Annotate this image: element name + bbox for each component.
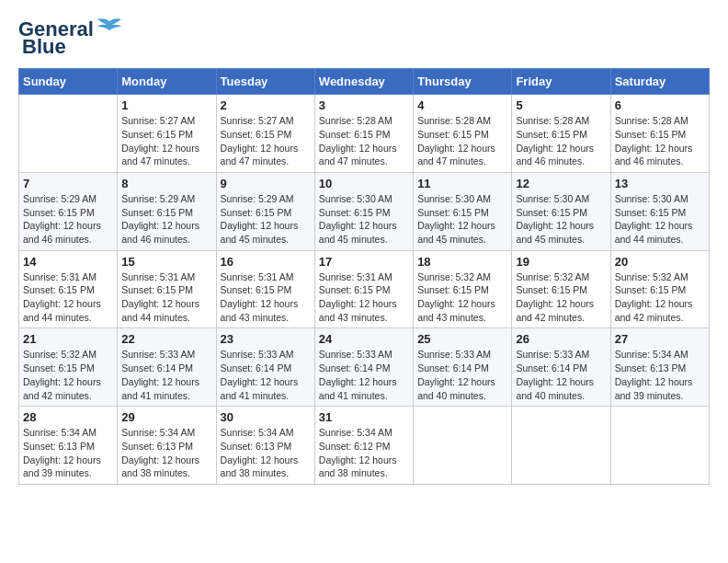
- calendar-cell: 25Sunrise: 5:33 AMSunset: 6:14 PMDayligh…: [414, 328, 512, 407]
- calendar-cell: 10Sunrise: 5:30 AMSunset: 6:15 PMDayligh…: [314, 172, 413, 250]
- day-number: 31: [319, 410, 409, 424]
- day-info: Sunrise: 5:32 AMSunset: 6:15 PMDaylight:…: [23, 348, 113, 402]
- day-number: 6: [615, 98, 705, 112]
- header-sunday: Sunday: [19, 69, 118, 95]
- day-number: 3: [319, 98, 409, 112]
- week-row-5: 28Sunrise: 5:34 AMSunset: 6:13 PMDayligh…: [19, 407, 710, 485]
- logo-bird-icon: [96, 17, 123, 38]
- day-info: Sunrise: 5:29 AMSunset: 6:15 PMDaylight:…: [121, 192, 211, 247]
- day-info: Sunrise: 5:33 AMSunset: 6:14 PMDaylight:…: [319, 348, 409, 402]
- calendar-table: SundayMondayTuesdayWednesdayThursdayFrid…: [18, 68, 710, 485]
- calendar-cell: 6Sunrise: 5:28 AMSunset: 6:15 PMDaylight…: [610, 95, 709, 173]
- day-info: Sunrise: 5:32 AMSunset: 6:15 PMDaylight:…: [615, 270, 705, 325]
- day-info: Sunrise: 5:29 AMSunset: 6:15 PMDaylight:…: [221, 192, 311, 247]
- day-info: Sunrise: 5:28 AMSunset: 6:15 PMDaylight:…: [319, 114, 409, 168]
- day-number: 20: [615, 255, 705, 269]
- day-info: Sunrise: 5:27 AMSunset: 6:15 PMDaylight:…: [121, 114, 211, 168]
- day-info: Sunrise: 5:30 AMSunset: 6:15 PMDaylight:…: [417, 192, 507, 247]
- day-number: 29: [121, 410, 211, 424]
- day-number: 28: [23, 410, 113, 424]
- calendar-cell: 30Sunrise: 5:34 AMSunset: 6:13 PMDayligh…: [216, 407, 314, 485]
- day-info: Sunrise: 5:28 AMSunset: 6:15 PMDaylight:…: [615, 114, 705, 168]
- day-number: 30: [221, 410, 311, 424]
- day-info: Sunrise: 5:34 AMSunset: 6:13 PMDaylight:…: [121, 426, 211, 480]
- page-header: General Blue: [18, 18, 710, 59]
- day-info: Sunrise: 5:30 AMSunset: 6:15 PMDaylight:…: [615, 192, 705, 247]
- day-info: Sunrise: 5:33 AMSunset: 6:14 PMDaylight:…: [221, 348, 311, 402]
- day-number: 12: [516, 177, 606, 190]
- calendar-cell: 4Sunrise: 5:28 AMSunset: 6:15 PMDaylight…: [414, 95, 512, 173]
- logo-blue-text: Blue: [22, 35, 66, 59]
- day-info: Sunrise: 5:32 AMSunset: 6:15 PMDaylight:…: [516, 270, 606, 325]
- day-number: 23: [221, 332, 311, 346]
- day-info: Sunrise: 5:33 AMSunset: 6:14 PMDaylight:…: [516, 348, 606, 402]
- calendar-cell: 5Sunrise: 5:28 AMSunset: 6:15 PMDaylight…: [512, 95, 610, 173]
- header-wednesday: Wednesday: [314, 69, 413, 95]
- day-number: 10: [319, 177, 409, 190]
- day-number: 7: [23, 177, 113, 190]
- day-number: 26: [516, 332, 606, 346]
- calendar-cell: 7Sunrise: 5:29 AMSunset: 6:15 PMDaylight…: [19, 172, 118, 250]
- calendar-cell: 29Sunrise: 5:34 AMSunset: 6:13 PMDayligh…: [118, 407, 216, 485]
- day-number: 5: [516, 98, 606, 112]
- calendar-cell: 12Sunrise: 5:30 AMSunset: 6:15 PMDayligh…: [512, 172, 610, 250]
- day-info: Sunrise: 5:33 AMSunset: 6:14 PMDaylight:…: [417, 348, 507, 402]
- calendar-cell: 23Sunrise: 5:33 AMSunset: 6:14 PMDayligh…: [216, 328, 314, 407]
- day-number: 4: [417, 98, 507, 112]
- header-saturday: Saturday: [610, 69, 709, 95]
- day-number: 2: [221, 98, 311, 112]
- day-number: 1: [121, 98, 211, 112]
- calendar-cell: 17Sunrise: 5:31 AMSunset: 6:15 PMDayligh…: [314, 250, 413, 328]
- week-row-3: 14Sunrise: 5:31 AMSunset: 6:15 PMDayligh…: [19, 250, 710, 328]
- calendar-cell: [19, 95, 118, 173]
- day-info: Sunrise: 5:34 AMSunset: 6:13 PMDaylight:…: [23, 426, 113, 480]
- day-number: 14: [23, 255, 113, 269]
- day-info: Sunrise: 5:29 AMSunset: 6:15 PMDaylight:…: [23, 192, 113, 247]
- calendar-cell: 28Sunrise: 5:34 AMSunset: 6:13 PMDayligh…: [19, 407, 118, 485]
- day-info: Sunrise: 5:30 AMSunset: 6:15 PMDaylight:…: [516, 192, 606, 247]
- day-number: 22: [121, 332, 211, 346]
- day-number: 11: [417, 177, 507, 190]
- calendar-cell: 2Sunrise: 5:27 AMSunset: 6:15 PMDaylight…: [216, 95, 314, 173]
- calendar-cell: 13Sunrise: 5:30 AMSunset: 6:15 PMDayligh…: [610, 172, 709, 250]
- calendar-cell: [610, 407, 709, 485]
- header-monday: Monday: [118, 69, 216, 95]
- day-info: Sunrise: 5:31 AMSunset: 6:15 PMDaylight:…: [319, 270, 409, 325]
- logo: General Blue: [18, 18, 123, 59]
- calendar-cell: 8Sunrise: 5:29 AMSunset: 6:15 PMDaylight…: [118, 172, 216, 250]
- day-number: 17: [319, 255, 409, 269]
- calendar-cell: 26Sunrise: 5:33 AMSunset: 6:14 PMDayligh…: [512, 328, 610, 407]
- week-row-4: 21Sunrise: 5:32 AMSunset: 6:15 PMDayligh…: [19, 328, 710, 407]
- calendar-cell: [512, 407, 610, 485]
- calendar-cell: 11Sunrise: 5:30 AMSunset: 6:15 PMDayligh…: [414, 172, 512, 250]
- day-info: Sunrise: 5:34 AMSunset: 6:13 PMDaylight:…: [221, 426, 311, 480]
- calendar-cell: 18Sunrise: 5:32 AMSunset: 6:15 PMDayligh…: [414, 250, 512, 328]
- day-info: Sunrise: 5:30 AMSunset: 6:15 PMDaylight:…: [319, 192, 409, 247]
- day-number: 21: [23, 332, 113, 346]
- calendar-cell: [414, 407, 512, 485]
- calendar-cell: 3Sunrise: 5:28 AMSunset: 6:15 PMDaylight…: [314, 95, 413, 173]
- calendar-cell: 21Sunrise: 5:32 AMSunset: 6:15 PMDayligh…: [19, 328, 118, 407]
- calendar-cell: 16Sunrise: 5:31 AMSunset: 6:15 PMDayligh…: [216, 250, 314, 328]
- calendar-cell: 22Sunrise: 5:33 AMSunset: 6:14 PMDayligh…: [118, 328, 216, 407]
- calendar-cell: 1Sunrise: 5:27 AMSunset: 6:15 PMDaylight…: [118, 95, 216, 173]
- week-row-1: 1Sunrise: 5:27 AMSunset: 6:15 PMDaylight…: [19, 95, 710, 173]
- day-info: Sunrise: 5:33 AMSunset: 6:14 PMDaylight:…: [121, 348, 211, 402]
- calendar-cell: 14Sunrise: 5:31 AMSunset: 6:15 PMDayligh…: [19, 250, 118, 328]
- header-friday: Friday: [512, 69, 610, 95]
- calendar-cell: 9Sunrise: 5:29 AMSunset: 6:15 PMDaylight…: [216, 172, 314, 250]
- day-info: Sunrise: 5:32 AMSunset: 6:15 PMDaylight:…: [417, 270, 507, 325]
- day-number: 8: [121, 177, 211, 190]
- calendar-cell: 20Sunrise: 5:32 AMSunset: 6:15 PMDayligh…: [610, 250, 709, 328]
- day-info: Sunrise: 5:28 AMSunset: 6:15 PMDaylight:…: [417, 114, 507, 168]
- calendar-cell: 19Sunrise: 5:32 AMSunset: 6:15 PMDayligh…: [512, 250, 610, 328]
- header-tuesday: Tuesday: [216, 69, 314, 95]
- day-info: Sunrise: 5:27 AMSunset: 6:15 PMDaylight:…: [221, 114, 311, 168]
- day-info: Sunrise: 5:34 AMSunset: 6:13 PMDaylight:…: [615, 348, 705, 402]
- day-info: Sunrise: 5:31 AMSunset: 6:15 PMDaylight:…: [121, 270, 211, 325]
- day-number: 27: [615, 332, 705, 346]
- header-thursday: Thursday: [414, 69, 512, 95]
- day-number: 25: [417, 332, 507, 346]
- calendar-cell: 15Sunrise: 5:31 AMSunset: 6:15 PMDayligh…: [118, 250, 216, 328]
- week-row-2: 7Sunrise: 5:29 AMSunset: 6:15 PMDaylight…: [19, 172, 710, 250]
